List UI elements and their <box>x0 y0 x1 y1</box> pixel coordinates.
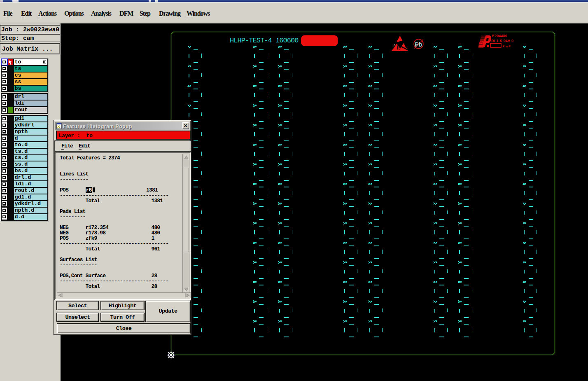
svg-text:▼▲®: ▼▲® <box>502 44 511 48</box>
svg-text:DI-1 S 94V-0: DI-1 S 94V-0 <box>491 39 513 43</box>
svg-text:HLHP-TEST-4_160600: HLHP-TEST-4_160600 <box>230 37 299 44</box>
svg-text:Pb: Pb <box>415 41 422 48</box>
svg-text:E204480: E204480 <box>492 34 507 38</box>
